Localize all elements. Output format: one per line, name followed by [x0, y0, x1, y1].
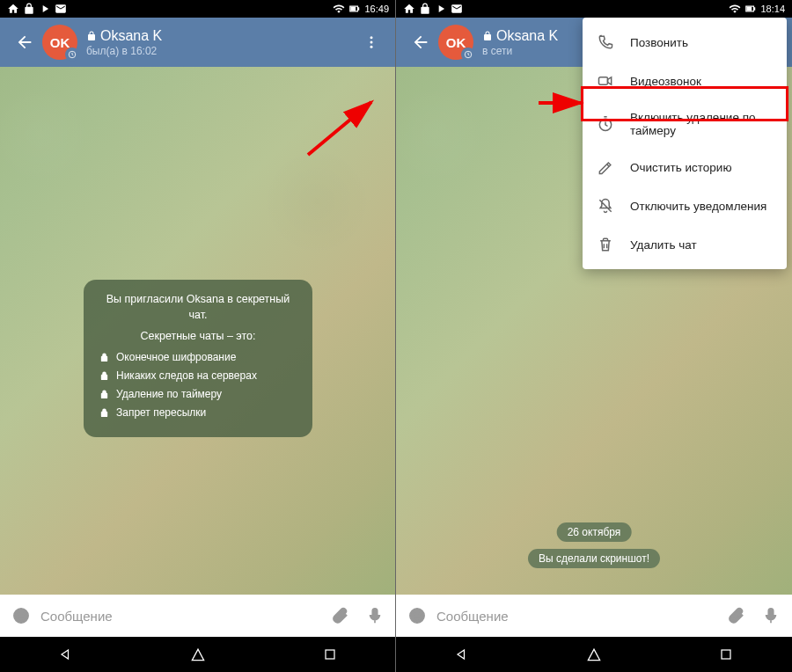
svg-point-8: [23, 613, 25, 615]
secret-feature: Оконечное шифрование: [99, 351, 297, 363]
voice-button[interactable]: [359, 600, 391, 632]
svg-point-3: [370, 41, 373, 44]
wifi-icon: [333, 3, 345, 15]
phone-left: 16:49 OK Oksana K был(а) в 16:02 Вы приг…: [0, 0, 396, 672]
message-input-bar: [0, 595, 396, 637]
home-icon: [403, 3, 415, 15]
context-menu: Позвонить Видеозвонок Включить удаление …: [583, 18, 787, 269]
battery-icon: [348, 3, 361, 15]
svg-point-18: [419, 613, 421, 615]
app-header: OK Oksana K был(а) в 16:02: [0, 18, 396, 67]
avatar[interactable]: OK: [438, 25, 473, 60]
attach-button[interactable]: [720, 600, 752, 632]
secret-subtitle: Секретные чаты – это:: [99, 330, 297, 342]
nav-recent-icon[interactable]: [321, 646, 339, 663]
menu-call[interactable]: Позвонить: [583, 23, 787, 62]
svg-line-5: [308, 102, 371, 155]
secret-feature: Запрет пересылки: [99, 406, 297, 419]
play-icon: [39, 3, 51, 15]
date-separator: 26 октября: [557, 522, 632, 542]
nav-home-icon[interactable]: [585, 646, 603, 663]
secret-chat-info: Вы пригласили Oksana в секретный чат. Се…: [84, 280, 312, 437]
more-button[interactable]: [354, 25, 389, 60]
svg-rect-20: [722, 650, 730, 659]
mail-icon: [451, 3, 463, 15]
menu-clear-history[interactable]: Очистить историю: [583, 148, 787, 186]
nav-back-icon[interactable]: [453, 646, 471, 663]
secret-feature: Удаление по таймеру: [99, 388, 297, 400]
lock-icon: [419, 3, 431, 15]
contact-name: Oksana K: [86, 28, 354, 44]
lock-icon: [482, 31, 493, 41]
system-message: Вы сделали скриншот!: [528, 549, 660, 568]
avatar[interactable]: OK: [42, 25, 77, 60]
menu-delete-chat[interactable]: Удалить чат: [583, 225, 787, 264]
svg-point-6: [14, 609, 29, 624]
status-time: 16:49: [364, 4, 389, 14]
back-button[interactable]: [7, 25, 42, 60]
menu-video-call[interactable]: Видеозвонок: [583, 62, 787, 100]
svg-point-7: [18, 613, 19, 615]
message-input[interactable]: [40, 609, 320, 624]
back-button[interactable]: [403, 25, 438, 60]
chat-body: Вы пригласили Oksana в секретный чат. Се…: [0, 67, 396, 595]
svg-rect-0: [351, 7, 356, 11]
svg-point-16: [410, 609, 425, 624]
nav-back-icon[interactable]: [57, 646, 75, 663]
emoji-button[interactable]: [5, 600, 37, 632]
secret-invite-text: Вы пригласили Oksana в секретный чат.: [99, 292, 297, 323]
annotation-arrow: [299, 93, 387, 164]
nav-recent-icon[interactable]: [717, 646, 735, 663]
svg-rect-19: [768, 609, 774, 618]
attach-button[interactable]: [324, 600, 356, 632]
android-nav-bar: [396, 637, 792, 672]
message-input-bar: [396, 595, 792, 637]
home-icon: [7, 3, 19, 15]
menu-enable-timer-delete[interactable]: Включить удаление по таймеру: [583, 100, 787, 148]
secret-feature: Никаких следов на серверах: [99, 369, 297, 382]
contact-status: был(а) в 16:02: [86, 45, 354, 57]
battery-icon: [744, 3, 757, 15]
mail-icon: [55, 3, 67, 15]
emoji-button[interactable]: [401, 600, 433, 632]
secret-badge-icon: [65, 47, 79, 62]
status-bar: 18:14: [396, 0, 792, 18]
lock-icon: [23, 3, 35, 15]
svg-rect-13: [599, 77, 608, 84]
status-bar: 16:49: [0, 0, 396, 18]
menu-mute[interactable]: Отключить уведомления: [583, 186, 787, 225]
svg-rect-10: [326, 650, 334, 659]
secret-badge-icon: [461, 47, 475, 62]
voice-button[interactable]: [755, 600, 787, 632]
avatar-initials: OK: [50, 35, 70, 50]
svg-rect-11: [747, 7, 752, 11]
svg-rect-9: [372, 609, 378, 618]
status-time: 18:14: [760, 4, 785, 14]
svg-point-4: [370, 46, 373, 48]
avatar-initials: OK: [446, 35, 466, 50]
svg-point-17: [414, 613, 415, 615]
nav-home-icon[interactable]: [189, 646, 207, 663]
wifi-icon: [729, 3, 741, 15]
message-input[interactable]: [436, 609, 716, 624]
svg-point-2: [370, 36, 373, 39]
android-nav-bar: [0, 637, 396, 672]
play-icon: [435, 3, 447, 15]
lock-icon: [86, 31, 97, 41]
phone-right: 18:14 OK Oksana K в сети Позвонить Видео…: [396, 0, 792, 672]
